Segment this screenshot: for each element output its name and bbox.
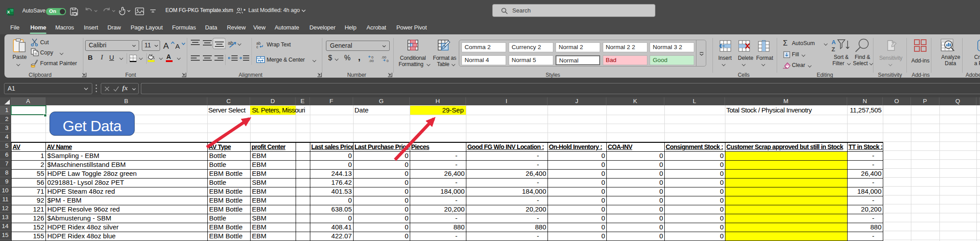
svg-text:.00: .00	[381, 55, 387, 59]
svg-text:A: A	[175, 42, 180, 50]
svg-text:X: X	[7, 10, 10, 14]
svg-text:Z: Z	[832, 46, 835, 52]
svg-text:0: 0	[387, 59, 389, 62]
svg-text:A: A	[163, 41, 169, 50]
svg-text:A: A	[832, 39, 836, 46]
svg-text:.00: .00	[369, 59, 374, 62]
